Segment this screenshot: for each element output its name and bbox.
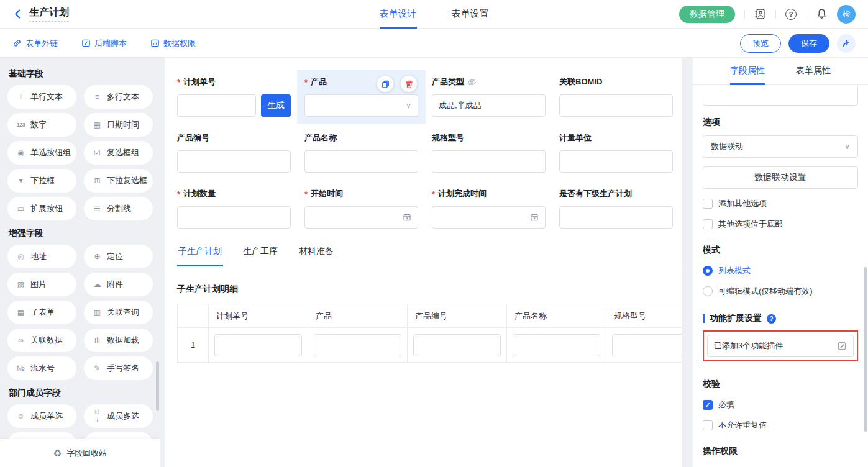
sidebar-item-location[interactable]: ⊕定位 [84, 245, 153, 268]
radio-row-list-mode[interactable]: 列表模式 [703, 265, 858, 276]
cell-input[interactable] [413, 334, 501, 356]
avatar[interactable]: 检 [837, 5, 856, 24]
checkbox-checked[interactable]: ✓ [703, 400, 713, 410]
plan-quantity-input[interactable] [177, 206, 291, 229]
help-icon[interactable]: ? [767, 314, 776, 324]
sidebar-item-multi-line-text[interactable]: ≡多行文本 [84, 85, 153, 109]
radio-checked[interactable] [703, 266, 713, 276]
sidebar-item-dropdown-multi[interactable]: ⊞下拉复选框 [84, 169, 153, 193]
help-button[interactable]: ? [785, 9, 797, 20]
sidebar-item-signature[interactable]: ✎手写签名 [84, 356, 153, 380]
share-button[interactable] [837, 34, 856, 53]
field-bom-id[interactable]: 关联BOMID [559, 77, 673, 117]
sidebar-item-data-load[interactable]: ılı数据加载 [84, 329, 153, 352]
sidebar-item-number[interactable]: 123数字 [7, 113, 76, 137]
plugin-summary-box[interactable]: 已添加3个功能插件 [707, 335, 854, 357]
has-sub-plan-input[interactable] [559, 206, 673, 229]
back-button[interactable] [12, 9, 23, 19]
option-type-select[interactable]: 数据联动 ∨ [703, 135, 858, 158]
field-product-type[interactable]: 产品类型 成品,半成品 [432, 77, 546, 117]
tab-production-process[interactable]: 生产工序 [242, 246, 279, 266]
data-permission-button[interactable]: 数据权限 [150, 38, 196, 49]
finish-time-input[interactable] [432, 206, 546, 229]
radio-row-editable-mode[interactable]: 可编辑模式(仅移动端有效) [703, 286, 858, 297]
delete-field-button[interactable] [401, 76, 417, 92]
field-product-code[interactable]: 产品编号 [177, 133, 291, 173]
sidebar-item-attachment[interactable]: ☁附件 [84, 273, 153, 296]
tab-field-properties[interactable]: 字段属性 [730, 58, 765, 85]
tab-material-preparation[interactable]: 材料准备 [298, 246, 335, 266]
checkbox-row-required[interactable]: ✓ 必填 [703, 399, 858, 410]
sidebar-item-linked-data[interactable]: ∞关联数据 [7, 329, 76, 352]
spec-model-input[interactable] [432, 150, 546, 173]
checkbox-unchecked[interactable] [703, 219, 713, 229]
sidebar-item-member-single[interactable]: ☺成员单选 [7, 404, 76, 428]
contacts-button[interactable] [754, 8, 766, 20]
field-plan-number[interactable]: * 计划单号 生成 [177, 77, 291, 117]
cell-input[interactable] [314, 334, 401, 356]
product-name-input[interactable] [304, 150, 418, 173]
field-plan-quantity[interactable]: * 计划数量 [177, 189, 291, 229]
data-linkage-settings-button[interactable]: 数据联动设置 [703, 166, 858, 189]
multi-line-text-icon: ≡ [92, 93, 103, 101]
field-product-selected[interactable]: * 产品 ∨ [304, 77, 418, 117]
field-recycle-bin[interactable]: ♻ 字段回收站 [0, 439, 160, 467]
generate-button[interactable]: 生成 [261, 94, 291, 117]
cell-input[interactable] [214, 334, 302, 356]
sidebar-item-extend-button[interactable]: ▭扩展按钮 [7, 197, 76, 220]
sidebar-item-checkbox-group[interactable]: ☑复选框组 [84, 141, 153, 165]
number-icon: 123 [16, 122, 26, 128]
tab-form-design[interactable]: 表单设计 [380, 0, 417, 29]
sidebar-scrollbar[interactable] [156, 361, 159, 411]
bom-id-input[interactable] [559, 94, 673, 117]
radio-unchecked[interactable] [703, 286, 713, 296]
toolbar-link-label: 表单外链 [25, 38, 58, 49]
checkbox-unchecked[interactable] [703, 420, 713, 430]
field-finish-time[interactable]: * 计划完成时间 [432, 189, 546, 229]
cell-input[interactable] [612, 334, 682, 356]
sidebar-item-dropdown[interactable]: ▾下拉框 [7, 169, 76, 193]
notifications-button[interactable] [816, 8, 828, 20]
field-unit[interactable]: 计量单位 [559, 133, 673, 173]
start-time-input[interactable] [304, 206, 418, 229]
product-code-input[interactable] [177, 150, 291, 173]
sidebar-item-single-line-text[interactable]: T单行文本 [7, 85, 76, 109]
sidebar-item-divider[interactable]: ☰分割线 [84, 197, 153, 220]
data-manage-button[interactable]: 数据管理 [679, 6, 735, 23]
plan-number-input[interactable] [177, 94, 256, 117]
copy-field-button[interactable] [377, 76, 393, 92]
sidebar-item-linked-query[interactable]: ▥关联查询 [84, 301, 153, 324]
sidebar-item-radio-group[interactable]: ◉单选按钮组 [7, 141, 76, 165]
sidebar-item-address[interactable]: ◎地址 [7, 245, 76, 268]
cell-input[interactable] [513, 334, 600, 356]
tab-form-properties[interactable]: 表单属性 [796, 58, 831, 85]
field-start-time[interactable]: * 开始时间 [304, 189, 418, 229]
validation-label: 校验 [703, 379, 858, 390]
tab-form-settings[interactable]: 表单设置 [452, 0, 489, 29]
sidebar-item-serial-number[interactable]: №流水号 [7, 356, 76, 380]
save-button[interactable]: 保存 [788, 34, 829, 53]
product-select[interactable]: ∨ [304, 94, 418, 117]
field-product-name[interactable]: 产品名称 [304, 133, 418, 173]
checkbox-row-no-duplicates[interactable]: 不允许重复值 [703, 420, 858, 431]
panel-scrollbar[interactable] [864, 267, 867, 432]
tab-sub-production-plan[interactable]: 子生产计划 [177, 246, 223, 266]
preview-button[interactable]: 预览 [740, 34, 781, 53]
checkbox-unchecked[interactable] [703, 199, 713, 209]
sidebar-item-datetime[interactable]: ▦日期时间 [84, 113, 153, 137]
section-title-member-fields: 部门成员字段 [9, 388, 152, 399]
field-title-input[interactable] [703, 86, 858, 106]
checkbox-row-add-other[interactable]: 添加其他选项 [703, 198, 858, 209]
checkbox-row-other-bottom[interactable]: 其他选项位于底部 [703, 219, 858, 230]
form-external-link-button[interactable]: 表单外链 [12, 38, 58, 49]
field-has-sub-plan[interactable]: 是否有下级生产计划 [559, 189, 673, 229]
unit-input[interactable] [559, 150, 673, 173]
sidebar-item-member-multi[interactable]: ☺+成员多选 [84, 404, 153, 428]
product-type-input[interactable]: 成品,半成品 [432, 94, 546, 117]
toolbar-link-label: 数据权限 [163, 38, 196, 49]
field-spec-model[interactable]: 规格型号 [432, 133, 546, 173]
field-label-text: 是否有下级生产计划 [559, 188, 632, 199]
sidebar-item-subform[interactable]: ▤子表单 [7, 301, 76, 324]
backend-script-button[interactable]: 后端脚本 [81, 38, 127, 49]
sidebar-item-image[interactable]: ▧图片 [7, 273, 76, 296]
